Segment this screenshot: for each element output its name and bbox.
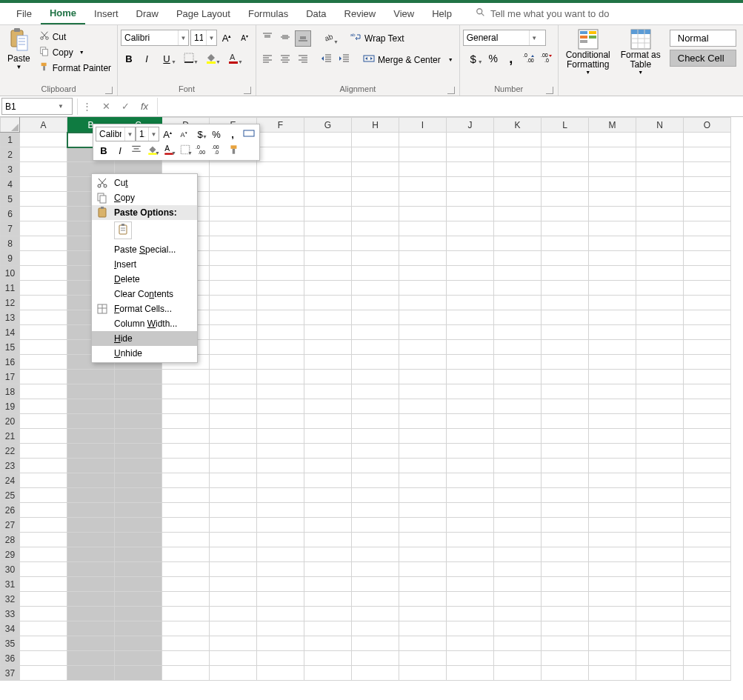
cell-D35[interactable] [162,636,210,651]
cell-N11[interactable] [636,281,684,296]
cell-J27[interactable] [447,518,494,533]
cell-I30[interactable] [399,562,447,577]
chevron-down-icon[interactable]: ▼ [202,134,207,139]
cell-D23[interactable] [162,459,210,473]
cell-G29[interactable] [304,547,352,562]
tab-view[interactable]: View [384,4,423,24]
cell-E13[interactable] [210,310,257,325]
cell-O33[interactable] [684,607,731,621]
cell-F1[interactable] [257,133,304,147]
cell-M28[interactable] [589,533,636,547]
cell-B34[interactable] [67,621,115,636]
cell-J22[interactable] [447,444,494,459]
cell-H37[interactable] [352,666,399,681]
cell-L5[interactable] [542,192,589,207]
cell-K27[interactable] [494,518,542,533]
cell-J17[interactable] [447,370,494,384]
cell-E37[interactable] [210,666,257,681]
cell-L23[interactable] [542,459,589,473]
cell-G27[interactable] [304,518,352,533]
cell-J34[interactable] [447,621,494,636]
cell-L10[interactable] [542,266,589,281]
cell-O9[interactable] [684,251,731,266]
increase-font-button[interactable]: A▴ [219,30,235,46]
cell-O35[interactable] [684,636,731,651]
cell-I14[interactable] [399,325,447,340]
cell-O34[interactable] [684,621,731,636]
cell-H11[interactable] [352,281,399,296]
cell-D28[interactable] [162,533,210,547]
cell-G12[interactable] [304,296,352,310]
cell-A37[interactable] [20,666,67,681]
cell-H2[interactable] [352,147,399,162]
cell-A11[interactable] [20,281,67,296]
cell-F37[interactable] [257,666,304,681]
decrease-indent-button[interactable] [319,52,335,68]
cell-J3[interactable] [447,162,494,177]
cell-N4[interactable] [636,177,684,192]
dialog-launcher[interactable] [447,87,455,94]
cell-B20[interactable] [67,414,115,429]
cell-M8[interactable] [589,236,636,251]
cell-K9[interactable] [494,251,542,266]
cell-C36[interactable] [115,651,162,666]
select-all-corner[interactable] [1,118,20,133]
cell-I17[interactable] [399,370,447,384]
tab-file[interactable]: File [7,4,41,24]
cell-O2[interactable] [684,147,731,162]
cell-J23[interactable] [447,459,494,473]
cell-J5[interactable] [447,192,494,207]
cell-E26[interactable] [210,503,257,518]
cell-N28[interactable] [636,533,684,547]
cell-A10[interactable] [20,266,67,281]
cell-B25[interactable] [67,488,115,503]
row-header-22[interactable]: 22 [1,444,20,459]
cell-N5[interactable] [636,192,684,207]
cell-C32[interactable] [115,592,162,607]
cell-L24[interactable] [542,473,589,488]
formula-input[interactable] [158,96,743,116]
cell-O22[interactable] [684,444,731,459]
ctx-hide[interactable]: Hide [92,331,197,346]
cell-N22[interactable] [636,444,684,459]
cell-F14[interactable] [257,325,304,340]
cell-A27[interactable] [20,518,67,533]
cell-N18[interactable] [636,384,684,399]
cell-O4[interactable] [684,177,731,192]
cell-C29[interactable] [115,547,162,562]
cell-C22[interactable] [115,444,162,459]
tab-review[interactable]: Review [336,4,385,24]
cell-J24[interactable] [447,473,494,488]
cell-G18[interactable] [304,384,352,399]
cell-J31[interactable] [447,577,494,592]
cell-G7[interactable] [304,221,352,236]
cell-C34[interactable] [115,621,162,636]
cell-N26[interactable] [636,503,684,518]
format-painter-button[interactable]: Format Painter [36,61,114,75]
cell-A23[interactable] [20,459,67,473]
cell-M27[interactable] [589,518,636,533]
cell-E20[interactable] [210,414,257,429]
cell-C28[interactable] [115,533,162,547]
font-size-combo[interactable]: ▼ [190,30,217,46]
row-header-29[interactable]: 29 [1,547,20,562]
cell-L17[interactable] [542,370,589,384]
paste-option-keep-source[interactable] [114,221,132,239]
cell-F5[interactable] [257,192,304,207]
cell-E21[interactable] [210,429,257,444]
row-header-24[interactable]: 24 [1,473,20,488]
cell-O21[interactable] [684,429,731,444]
ctx-paste-special[interactable]: Paste Special... [92,242,197,257]
cell-H9[interactable] [352,251,399,266]
cell-B31[interactable] [67,577,115,592]
format-as-table-button[interactable]: Format as Table▼ [616,27,665,76]
cell-I37[interactable] [399,666,447,681]
cell-J18[interactable] [447,384,494,399]
cell-L3[interactable] [542,162,589,177]
cell-H10[interactable] [352,266,399,281]
cell-K2[interactable] [494,147,542,162]
cell-N33[interactable] [636,607,684,621]
cell-B36[interactable] [67,651,115,666]
cell-M2[interactable] [589,147,636,162]
cell-I1[interactable] [399,133,447,147]
